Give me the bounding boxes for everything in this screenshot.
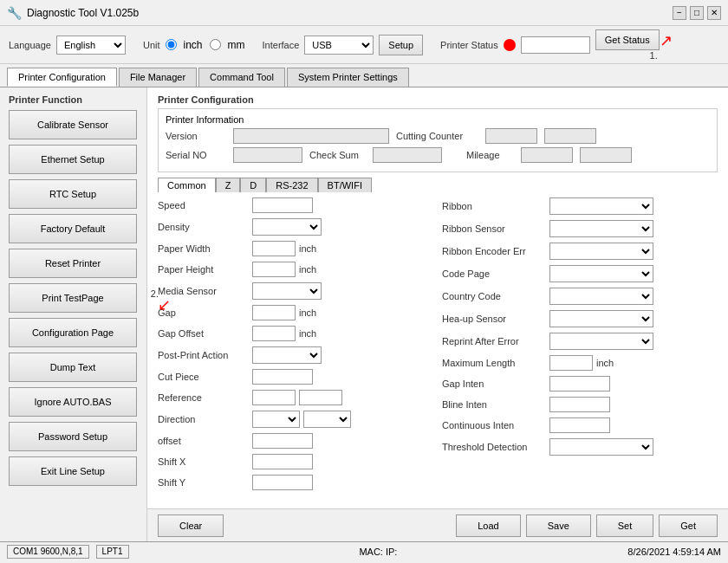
- left-panel: Printer Function Calibrate Sensor Ethern…: [0, 87, 147, 541]
- threshold-select[interactable]: [549, 438, 653, 456]
- exit-line-setup-button[interactable]: Exit Line Setup: [9, 456, 137, 486]
- shift-y-input[interactable]: [252, 475, 313, 490]
- bline-inten-label: Bline Inten: [442, 399, 546, 410]
- offset-row: offset: [158, 433, 433, 449]
- serial-row: Serial NO Check Sum Mileage: [166, 147, 710, 163]
- mileage-input1[interactable]: [521, 147, 573, 163]
- headup-sensor-label: Hea-up Sensor: [442, 314, 546, 324]
- shift-x-input[interactable]: [252, 454, 313, 469]
- dump-text-button[interactable]: Dump Text: [9, 353, 137, 382]
- get-status-button[interactable]: Get Status: [595, 29, 660, 50]
- checksum-label: Check Sum: [309, 150, 366, 160]
- gap-input[interactable]: [252, 305, 296, 320]
- save-button[interactable]: Save: [526, 514, 591, 537]
- ribbon-encoder-row: Ribbon Encoder Err: [442, 243, 718, 260]
- direction-select1[interactable]: [252, 411, 300, 428]
- post-print-select[interactable]: [252, 346, 322, 364]
- get-button[interactable]: Get: [659, 514, 718, 537]
- maximize-button[interactable]: □: [690, 6, 704, 20]
- ethernet-setup-button[interactable]: Ethernet Setup: [9, 145, 137, 174]
- serial-no-input[interactable]: [233, 147, 302, 163]
- reprint-row: Reprint After Error: [442, 333, 718, 350]
- ribbon-encoder-select[interactable]: [549, 243, 653, 260]
- media-sensor-select[interactable]: [252, 282, 322, 300]
- cutting-counter-input2[interactable]: [544, 128, 596, 144]
- main-layout: Printer Function Calibrate Sensor Ethern…: [0, 87, 728, 541]
- language-select[interactable]: English: [56, 36, 126, 55]
- interface-select[interactable]: USB: [304, 36, 374, 55]
- reset-printer-button[interactable]: Reset Printer: [9, 249, 137, 278]
- tab-printer-configuration[interactable]: Printer Configuration: [7, 68, 117, 87]
- mileage-input2[interactable]: [580, 147, 632, 163]
- factory-default-button[interactable]: Factory Default: [9, 214, 137, 243]
- calibrate-sensor-button[interactable]: Calibrate Sensor: [9, 110, 137, 139]
- direction-label: Direction: [158, 414, 249, 424]
- mileage-label: Mileage: [466, 150, 514, 160]
- post-print-label: Post-Print Action: [158, 350, 249, 360]
- bottom-bar: Clear Load Save Set Get: [147, 508, 728, 541]
- gap-offset-input[interactable]: [252, 326, 296, 341]
- tab-command-tool[interactable]: Command Tool: [198, 68, 285, 87]
- reference-input2[interactable]: [299, 390, 342, 405]
- tab-system-printer-settings[interactable]: System Printer Settings: [287, 68, 409, 87]
- unit-inch-radio[interactable]: [166, 39, 177, 50]
- close-button[interactable]: ✕: [707, 6, 721, 20]
- continuous-inten-input[interactable]: [549, 417, 610, 433]
- config-tab-common[interactable]: Common: [158, 178, 216, 192]
- offset-input[interactable]: [252, 433, 313, 449]
- cutting-counter-input1[interactable]: [485, 128, 537, 144]
- ignore-auto-bas-button[interactable]: Ignore AUTO.BAS: [9, 387, 137, 417]
- print-testpage-wrapper: Print TestPage 2. ↙: [9, 283, 138, 318]
- shift-y-label: Shift Y: [158, 477, 249, 488]
- config-tab-z[interactable]: Z: [216, 178, 241, 192]
- tab-file-manager[interactable]: File Manager: [119, 68, 197, 87]
- code-page-select[interactable]: [549, 265, 653, 282]
- config-tabs: Common Z D RS-232 BT/WIFI: [158, 178, 718, 192]
- config-tab-rs232[interactable]: RS-232: [266, 178, 317, 192]
- shift-y-row: Shift Y: [158, 475, 433, 490]
- config-tab-d[interactable]: D: [240, 178, 266, 192]
- setup-button[interactable]: Setup: [379, 35, 423, 55]
- max-length-input[interactable]: [549, 355, 593, 371]
- reference-label: Reference: [158, 392, 249, 403]
- ribbon-sensor-select[interactable]: [549, 220, 653, 237]
- minimize-button[interactable]: −: [673, 6, 686, 20]
- cut-piece-input[interactable]: [252, 369, 313, 385]
- serial-no-label: Serial NO: [166, 150, 226, 160]
- paper-height-input[interactable]: [252, 262, 296, 277]
- set-button[interactable]: Set: [596, 514, 654, 537]
- speed-input[interactable]: [252, 197, 313, 213]
- config-grid: Speed Density Paper Width inch Paper Hei…: [158, 197, 718, 493]
- bline-inten-input[interactable]: [549, 397, 610, 412]
- password-setup-button[interactable]: Password Setup: [9, 422, 137, 451]
- config-tab-btwifi[interactable]: BT/WIFI: [318, 178, 372, 192]
- clear-button[interactable]: Clear: [158, 514, 224, 537]
- status-left: COM1 9600,N,8,1 LPT1: [7, 545, 129, 559]
- app-icon: 🔧: [7, 6, 22, 20]
- gap-inten-row: Gap Inten: [442, 376, 718, 392]
- com-port-badge: COM1 9600,N,8,1: [7, 545, 89, 559]
- unit-mm-radio[interactable]: [210, 39, 221, 50]
- offset-label: offset: [158, 436, 249, 446]
- threshold-label: Threshold Detection: [442, 442, 546, 452]
- reprint-label: Reprint After Error: [442, 336, 546, 346]
- paper-width-input[interactable]: [252, 241, 296, 256]
- paper-height-unit: inch: [299, 264, 316, 275]
- version-input[interactable]: [233, 128, 389, 144]
- reference-input1[interactable]: [252, 390, 296, 405]
- gap-inten-input[interactable]: [549, 376, 610, 392]
- printer-status-group: Printer Status Get Status 1. ↗: [440, 29, 673, 61]
- density-select[interactable]: [252, 218, 322, 236]
- load-button[interactable]: Load: [456, 514, 520, 537]
- country-code-select[interactable]: [549, 288, 653, 305]
- reprint-select[interactable]: [549, 333, 653, 350]
- configuration-page-button[interactable]: Configuration Page: [9, 318, 137, 347]
- headup-sensor-select[interactable]: [549, 310, 653, 327]
- printer-info-label: Printer Information: [166, 114, 710, 125]
- print-testpage-button[interactable]: Print TestPage: [9, 283, 137, 313]
- ribbon-select[interactable]: [549, 197, 653, 215]
- status-field[interactable]: [521, 36, 590, 54]
- direction-select2[interactable]: [303, 411, 351, 428]
- checksum-input[interactable]: [373, 147, 442, 163]
- rtc-setup-button[interactable]: RTC Setup: [9, 179, 137, 209]
